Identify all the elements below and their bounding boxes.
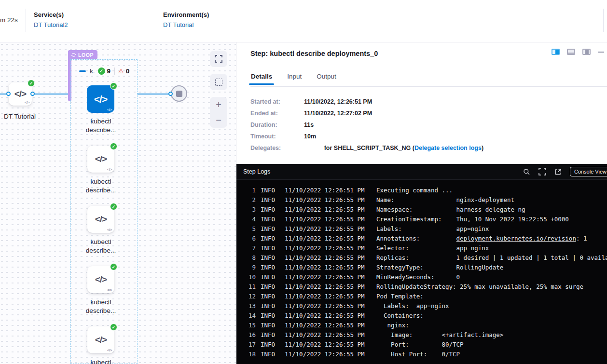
- step-node[interactable]: </> </> ✓: [87, 326, 114, 353]
- code-icon: </>: [107, 228, 112, 232]
- tab-details[interactable]: Details: [250, 69, 273, 86]
- code-icon: </>: [94, 94, 107, 105]
- log-line: 3INFO11/10/2022 12:26:55 PMNamespace: ha…: [241, 205, 607, 215]
- code-icon: </>: [14, 89, 26, 99]
- environment-link[interactable]: DT Tutorial: [163, 21, 209, 28]
- divider: [603, 9, 604, 32]
- console-view-button[interactable]: Console View: [570, 167, 607, 176]
- log-line: 17INFO11/10/2022 12:26:55 PM Port: 80/TC…: [241, 340, 607, 350]
- loop-group-header: k. ✓ 9 ⚠ 0: [79, 67, 129, 75]
- tab-input[interactable]: Input: [287, 69, 302, 86]
- log-line: 8INFO11/10/2022 12:26:55 PMReplicas: 1 d…: [241, 253, 607, 263]
- success-icon: ✓: [110, 82, 117, 90]
- annotation-link[interactable]: deployment.kubernetes.io/revision: [456, 235, 576, 242]
- log-line: 12INFO11/10/2022 12:26:55 PMPod Template…: [241, 292, 607, 301]
- layout-bottom-view-icon[interactable]: [567, 49, 575, 55]
- success-icon: ✓: [110, 263, 117, 270]
- field-delegates: Delegates: for SHELL_SCRIPT_TASK_NG (Del…: [250, 142, 483, 154]
- log-line: 9INFO11/10/2022 12:26:55 PMStrategyType:…: [241, 263, 607, 272]
- step-logs-section: Step Logs: [236, 164, 607, 364]
- tab-output[interactable]: Output: [316, 69, 337, 86]
- code-icon: </>: [107, 167, 112, 172]
- warning-icon: ⚠: [118, 68, 124, 74]
- step-node-label: kubectldescribe...: [71, 177, 131, 195]
- reset-view-button[interactable]: [210, 74, 227, 90]
- field-ended-at: Ended at: 11/10/2022, 12:27:02 PM: [250, 108, 483, 119]
- success-icon: ✓: [110, 203, 117, 210]
- services-block: Service(s) DT Tutorial2: [34, 11, 68, 28]
- log-line: 5INFO11/10/2022 12:26:55 PMLabels: app=n…: [241, 224, 607, 234]
- step-logs-header: Step Logs: [236, 164, 607, 180]
- loop-badge-label: LOOP: [78, 52, 94, 58]
- edge-line: [0, 94, 7, 94]
- log-line: 13INFO11/10/2022 12:26:55 PM Labels: app…: [241, 301, 607, 311]
- success-icon: ✓: [28, 80, 35, 87]
- step-details-panel: Step: kubectl describe deployments_0 Det…: [236, 42, 607, 364]
- loop-icon: [71, 53, 76, 57]
- step-node-label: kubectldescribe...: [71, 238, 131, 255]
- open-new-tab-icon[interactable]: [554, 168, 562, 175]
- log-line: 15INFO11/10/2022 12:26:55 PM nginx:: [241, 321, 607, 330]
- log-line: 1INFO11/10/2022 12:26:51 PMExecuting com…: [241, 186, 607, 195]
- zoom-controls: + −: [210, 97, 227, 128]
- step-title: Step: kubectl describe deployments_0: [250, 50, 378, 57]
- divider: [114, 67, 115, 75]
- connector-dot[interactable]: [168, 92, 173, 96]
- log-line: 6INFO11/10/2022 12:26:55 PMAnnotations: …: [241, 234, 607, 243]
- log-line: 14INFO11/10/2022 12:26:55 PM Containers:: [241, 311, 607, 321]
- expand-logs-icon[interactable]: [538, 168, 546, 175]
- zoom-out-button[interactable]: −: [210, 112, 227, 128]
- environments-block: Environment(s) DT Tutorial: [163, 11, 209, 28]
- log-output[interactable]: 1INFO11/10/2022 12:26:51 PMExecuting com…: [236, 180, 607, 364]
- log-line: 10INFO11/10/2022 12:26:55 PMMinReadySeco…: [241, 272, 607, 282]
- code-icon: </>: [107, 108, 112, 112]
- step-node-selected[interactable]: </> </> ✓: [87, 85, 114, 113]
- log-line: 18INFO11/10/2022 12:26:55 PM Host Port: …: [241, 350, 607, 359]
- code-icon: </>: [107, 348, 112, 352]
- loop-badge[interactable]: LOOP: [68, 50, 97, 59]
- delegate-selection-logs-link[interactable]: Delegate selection logs: [414, 145, 482, 151]
- step-node[interactable]: </> </> ✓: [87, 146, 114, 173]
- service-link[interactable]: DT Tutorial2: [34, 21, 68, 28]
- code-icon: </>: [107, 288, 112, 292]
- connector-dot[interactable]: [30, 92, 35, 96]
- log-line: 2INFO11/10/2022 12:26:55 PMName: nginx-d…: [241, 195, 607, 205]
- success-icon: ✓: [98, 67, 105, 75]
- step-node[interactable]: </> </> ✓: [87, 206, 114, 233]
- layout-split-view-icon[interactable]: [552, 49, 560, 55]
- fullscreen-button[interactable]: [210, 51, 227, 67]
- collapse-panel-icon[interactable]: [598, 52, 604, 53]
- failed-count: 0: [126, 67, 130, 75]
- collapse-node-icon[interactable]: [79, 70, 86, 72]
- pipeline-duration: m 22s: [0, 16, 18, 24]
- stop-icon: [176, 91, 182, 97]
- loop-group-name: k.: [90, 67, 95, 75]
- services-label: Service(s): [34, 11, 68, 18]
- logs-actions: Console View: [523, 167, 607, 176]
- pipeline-graph-canvas[interactable]: </> </> ✓ DT Tutorial LOOP k. ✓ 9 ⚠ 0: [0, 42, 236, 364]
- code-icon: </>: [95, 335, 107, 345]
- step-details-section: Step: kubectl describe deployments_0 Det…: [236, 42, 607, 164]
- connector-dot[interactable]: [6, 92, 11, 96]
- detail-tabs: Details Input Output: [250, 69, 607, 87]
- zoom-in-button[interactable]: +: [210, 97, 227, 112]
- environments-label: Environment(s): [163, 11, 209, 18]
- search-icon[interactable]: [523, 168, 530, 175]
- field-started-at: Started at: 11/10/2022, 12:26:51 PM: [250, 96, 483, 108]
- end-node[interactable]: [171, 85, 187, 102]
- edge-line: [34, 94, 68, 94]
- log-line: 16INFO11/10/2022 12:26:55 PM Image: <+ar…: [241, 330, 607, 340]
- step-node[interactable]: </> </> ✓: [87, 266, 114, 293]
- log-line: 7INFO11/10/2022 12:26:55 PMSelector: app…: [241, 243, 607, 253]
- layout-right-view-icon[interactable]: [582, 49, 591, 55]
- log-line: 11INFO11/10/2022 12:26:55 PMRollingUpdat…: [241, 282, 607, 292]
- log-line: 4INFO11/10/2022 12:26:55 PMCreationTimes…: [241, 215, 607, 224]
- code-icon: </>: [95, 274, 107, 285]
- execution-header: m 22s Service(s) DT Tutorial2 Environmen…: [0, 0, 607, 42]
- fullscreen-icon: [215, 55, 222, 63]
- code-icon: </>: [25, 100, 29, 105]
- stage-node-dt-tutorial[interactable]: </> </> ✓: [9, 82, 32, 106]
- edge-line: [138, 94, 171, 94]
- step-logs-title: Step Logs: [243, 168, 270, 175]
- reset-view-icon: [215, 79, 222, 86]
